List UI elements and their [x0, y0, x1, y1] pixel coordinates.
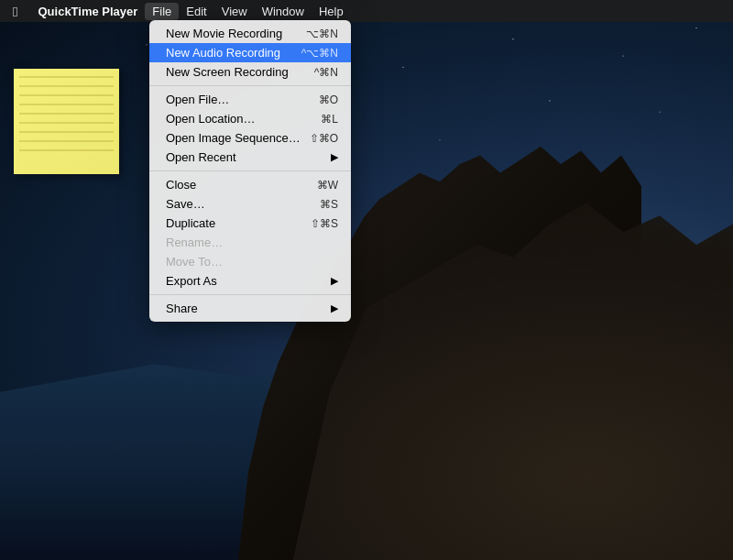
sticky-line: [19, 149, 114, 151]
menu-item-label: Rename…: [166, 236, 223, 249]
menu-item-shortcut: ^⌘N: [314, 66, 338, 79]
menu-export-as[interactable]: Export As ▶: [149, 271, 351, 291]
sticky-line: [19, 104, 114, 105]
menu-item-shortcut: ⇧⌘S: [311, 217, 338, 230]
menubar-edit[interactable]: Edit: [179, 3, 213, 20]
menu-item-label: New Movie Recording: [166, 27, 282, 40]
menubar-help[interactable]: Help: [312, 3, 351, 20]
menu-separator-2: [149, 170, 351, 171]
menubar-app-name[interactable]: QuickTime Player: [30, 3, 145, 20]
sticky-line: [19, 131, 114, 133]
menu-item-label: Save…: [166, 197, 205, 211]
submenu-arrow-icon: ▶: [331, 302, 338, 314]
sticky-line: [19, 85, 114, 87]
menu-close[interactable]: Close ⌘W: [149, 175, 351, 194]
sticky-line: [19, 122, 114, 124]
menu-item-shortcut: ⌥⌘N: [306, 27, 338, 40]
file-dropdown-menu: New Movie Recording ⌥⌘N New Audio Record…: [149, 20, 351, 322]
menu-item-label: Close: [166, 178, 196, 192]
menubar:  QuickTime Player File Edit View Window…: [0, 0, 733, 22]
menu-item-label: Export As: [166, 274, 217, 288]
menu-item-label: Share: [166, 302, 198, 315]
menu-item-shortcut: ⌘W: [317, 179, 338, 192]
menu-item-shortcut: ⌘S: [320, 198, 338, 211]
menu-item-label: New Audio Recording: [166, 46, 280, 60]
menu-item-shortcut: ⇧⌘O: [310, 132, 338, 145]
sticky-line: [19, 94, 114, 96]
sticky-note-content: [14, 69, 119, 166]
menu-item-label: Open Recent: [166, 150, 236, 164]
menu-share[interactable]: Share ▶: [149, 299, 351, 318]
menu-separator-1: [149, 85, 351, 86]
sticky-note: [14, 69, 119, 174]
menu-duplicate[interactable]: Duplicate ⇧⌘S: [149, 214, 351, 233]
menu-new-screen-recording[interactable]: New Screen Recording ^⌘N: [149, 62, 351, 82]
menu-rename: Rename…: [149, 233, 351, 252]
submenu-arrow-icon: ▶: [331, 275, 338, 287]
menu-item-shortcut: ⌘L: [321, 113, 338, 126]
sticky-line: [19, 140, 114, 142]
menu-item-label: Open Location…: [166, 112, 256, 126]
menubar-view[interactable]: View: [214, 3, 255, 20]
menubar-window[interactable]: Window: [255, 3, 312, 20]
menu-open-file[interactable]: Open File… ⌘O: [149, 90, 351, 109]
menu-separator-3: [149, 294, 351, 295]
menu-move-to: Move To…: [149, 252, 351, 271]
menu-open-location[interactable]: Open Location… ⌘L: [149, 109, 351, 128]
sticky-line: [19, 113, 114, 115]
apple-menu-button[interactable]: : [7, 4, 23, 19]
menu-item-shortcut: ⌘O: [319, 93, 338, 106]
menu-item-label: New Screen Recording: [166, 65, 289, 79]
menu-item-label: Open File…: [166, 93, 229, 106]
menubar-file[interactable]: File: [145, 3, 179, 20]
menu-new-audio-recording[interactable]: New Audio Recording ^⌥⌘N: [149, 43, 351, 62]
menu-new-movie-recording[interactable]: New Movie Recording ⌥⌘N: [149, 24, 351, 43]
submenu-arrow-icon: ▶: [331, 151, 338, 163]
menu-item-shortcut: ^⌥⌘N: [301, 47, 338, 60]
menu-item-label: Move To…: [166, 255, 223, 269]
sticky-line: [19, 76, 114, 78]
menu-save[interactable]: Save… ⌘S: [149, 194, 351, 214]
menu-item-label: Duplicate: [166, 216, 215, 230]
menu-item-label: Open Image Sequence…: [166, 131, 301, 145]
menu-open-recent[interactable]: Open Recent ▶: [149, 148, 351, 167]
menu-open-image-sequence[interactable]: Open Image Sequence… ⇧⌘O: [149, 128, 351, 148]
